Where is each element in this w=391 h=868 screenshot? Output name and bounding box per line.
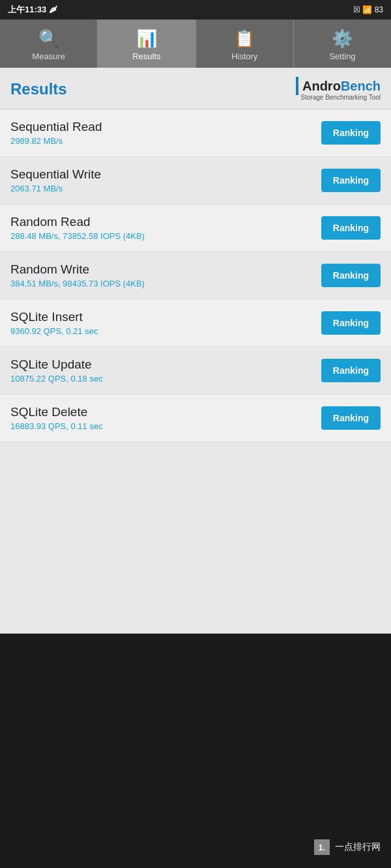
bench-name-3: Random Write (10, 262, 321, 277)
ranking-button-3[interactable]: Ranking (321, 264, 381, 287)
brand-logo: AndroBench Storage Benchmarking Tool (296, 77, 381, 101)
bench-value-6: 16883.93 QPS, 0.11 sec (10, 421, 321, 431)
bench-info-1: Sequential Write 2063.71 MB/s (10, 167, 321, 193)
bench-name-4: SQLite Insert (10, 310, 321, 324)
ranking-button-2[interactable]: Ranking (321, 216, 381, 240)
tab-history[interactable]: 📋 History (196, 20, 294, 68)
benchmark-list: Sequential Read 2989.82 MB/s Ranking Seq… (0, 109, 391, 442)
nav-tabs: 🔍 Measure 📊 Results 📋 History ⚙️ Setting (0, 20, 391, 68)
page-title: Results (10, 80, 67, 98)
tab-results[interactable]: 📊 Results (98, 20, 195, 68)
bench-info-2: Random Read 288.48 MB/s, 73852.58 IOPS (… (10, 215, 321, 241)
bench-name-6: SQLite Delete (10, 405, 321, 419)
history-icon: 📋 (234, 29, 255, 49)
brand-subtitle: Storage Benchmarking Tool (296, 94, 381, 101)
results-header: Results AndroBench Storage Benchmarking … (0, 68, 391, 109)
brand-bar (296, 77, 298, 95)
bench-value-1: 2063.71 MB/s (10, 184, 321, 193)
bench-info-3: Random Write 384.51 MB/s, 98435.73 IOPS … (10, 262, 321, 288)
logo-line: AndroBench (296, 77, 381, 95)
status-bar: 上午11:33 🌶 ☒ 📶 83 (0, 0, 391, 20)
table-row: SQLite Update 10875.22 QPS, 0.18 sec Ran… (0, 347, 391, 395)
setting-icon: ⚙️ (332, 29, 353, 49)
watermark: 1. 一点排行网 (314, 839, 381, 855)
bench-value-4: 9360.92 QPS, 0.21 sec (10, 326, 321, 336)
bench-info-6: SQLite Delete 16883.93 QPS, 0.11 sec (10, 405, 321, 431)
bench-info-0: Sequential Read 2989.82 MB/s (10, 120, 321, 146)
bench-value-2: 288.48 MB/s, 73852.58 IOPS (4KB) (10, 231, 321, 241)
table-row: SQLite Delete 16883.93 QPS, 0.11 sec Ran… (0, 395, 391, 442)
brand-name: AndroBench (302, 79, 381, 94)
table-row: SQLite Insert 9360.92 QPS, 0.21 sec Rank… (0, 300, 391, 347)
ranking-button-5[interactable]: Ranking (321, 359, 381, 382)
watermark-number: 1. (314, 839, 330, 855)
brand-first: Andro (302, 79, 341, 93)
status-time: 上午11:33 🌶 (8, 4, 57, 16)
table-row: Sequential Write 2063.71 MB/s Ranking (0, 157, 391, 204)
bench-value-0: 2989.82 MB/s (10, 136, 321, 146)
tab-setting[interactable]: ⚙️ Setting (294, 20, 391, 68)
bench-info-4: SQLite Insert 9360.92 QPS, 0.21 sec (10, 310, 321, 336)
measure-icon: 🔍 (38, 29, 59, 49)
battery-icon: ☒ 📶 83 (353, 5, 383, 14)
watermark-text: 一点排行网 (335, 841, 381, 853)
bottom-area: 1. 一点排行网 (0, 634, 391, 868)
ranking-button-0[interactable]: Ranking (321, 121, 381, 145)
tab-measure[interactable]: 🔍 Measure (0, 20, 98, 68)
tab-measure-label: Measure (32, 51, 65, 61)
table-row: Sequential Read 2989.82 MB/s Ranking (0, 109, 391, 157)
bench-name-5: SQLite Update (10, 357, 321, 372)
bench-name-2: Random Read (10, 215, 321, 229)
status-icons: ☒ 📶 83 (353, 5, 383, 14)
bench-value-5: 10875.22 QPS, 0.18 sec (10, 374, 321, 384)
ranking-button-1[interactable]: Ranking (321, 169, 381, 192)
bench-value-3: 384.51 MB/s, 98435.73 IOPS (4KB) (10, 279, 321, 288)
bench-name-1: Sequential Write (10, 167, 321, 182)
tab-setting-label: Setting (329, 51, 355, 61)
tab-results-label: Results (132, 51, 160, 61)
main-content: Results AndroBench Storage Benchmarking … (0, 68, 391, 634)
tab-history-label: History (231, 51, 257, 61)
ranking-button-6[interactable]: Ranking (321, 406, 381, 430)
results-icon: 📊 (136, 29, 157, 49)
table-row: Random Read 288.48 MB/s, 73852.58 IOPS (… (0, 204, 391, 252)
table-row: Random Write 384.51 MB/s, 98435.73 IOPS … (0, 252, 391, 300)
ranking-button-4[interactable]: Ranking (321, 311, 381, 335)
bench-name-0: Sequential Read (10, 120, 321, 134)
bench-info-5: SQLite Update 10875.22 QPS, 0.18 sec (10, 357, 321, 384)
brand-second: Bench (341, 79, 381, 93)
